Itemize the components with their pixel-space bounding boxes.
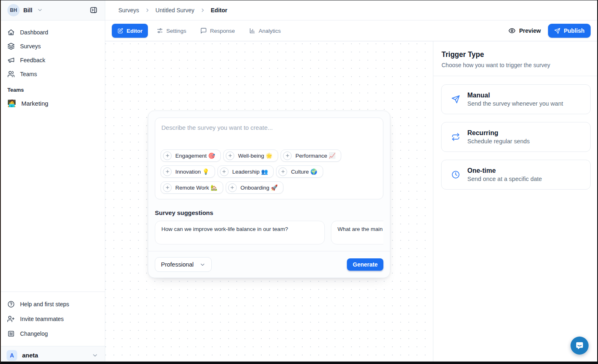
tabbar-actions: Preview Publish	[508, 24, 591, 38]
send-icon	[554, 28, 560, 34]
plus-icon	[220, 167, 229, 176]
preview-button[interactable]: Preview	[508, 27, 541, 34]
sidebar-spacer	[0, 111, 105, 292]
chevron-right-icon	[200, 7, 206, 13]
sliders-icon	[156, 27, 163, 34]
trigger-type-panel: Trigger Type Choose how you want to trig…	[433, 41, 598, 364]
tab-response[interactable]: Response	[195, 24, 240, 38]
tab-label: Settings	[166, 28, 186, 34]
breadcrumb-surveys[interactable]: Surveys	[118, 7, 139, 14]
sidebar-header: BH Bill	[0, 0, 105, 20]
sidebar-item-help[interactable]: Help and first steps	[4, 297, 101, 312]
chip-label: Engagement 🎯	[175, 152, 215, 159]
team-emoji: 🧑‍💻	[7, 99, 16, 108]
chip-label: Well-being 🌟	[238, 152, 272, 159]
chip-label: Innovation 💡	[175, 168, 209, 175]
chip-innovation[interactable]: Innovation 💡	[161, 165, 215, 178]
tone-select[interactable]: Professional	[155, 257, 212, 272]
sidebar-item-teams[interactable]: Teams	[4, 67, 101, 81]
sidebar-item-label: Changelog	[20, 330, 48, 337]
chevron-down-icon	[92, 352, 98, 359]
prompt-card: Engagement 🎯 Well-being 🌟 Performance 📈	[155, 118, 383, 199]
survey-description-input[interactable]	[161, 123, 378, 147]
sidebar-nav: Dashboard Surveys Feedback Teams	[0, 20, 105, 81]
breadcrumb-untitled-survey[interactable]: Untitled Survey	[156, 7, 195, 14]
publish-button[interactable]: Publish	[548, 24, 591, 38]
workspace-switcher[interactable]: BH Bill	[7, 4, 43, 16]
trigger-option-title: Recurring	[467, 129, 530, 137]
layers-icon	[7, 43, 15, 50]
suggestion-card[interactable]: What are the main ob	[331, 221, 383, 244]
topic-chips: Engagement 🎯 Well-being 🌟 Performance 📈	[161, 147, 378, 194]
chat-widget-button[interactable]	[571, 337, 589, 355]
sidebar-item-feedback[interactable]: Feedback	[4, 53, 101, 67]
megaphone-icon	[7, 57, 15, 64]
chip-onboarding[interactable]: Onboarding 🚀	[226, 181, 283, 194]
tab-analytics[interactable]: Analytics	[244, 24, 286, 38]
plus-icon	[228, 183, 237, 192]
app-window: BH Bill Dashboard	[0, 0, 598, 364]
suggestion-card[interactable]: How can we improve work-life balance in …	[155, 221, 325, 244]
sidebar-item-invite[interactable]: Invite teammates	[4, 312, 101, 326]
sidebar-item-changelog[interactable]: Changelog	[4, 326, 101, 341]
trigger-option-recurring[interactable]: Recurring Schedule regular sends	[441, 122, 591, 152]
plus-icon	[226, 151, 234, 160]
generate-button[interactable]: Generate	[347, 258, 383, 271]
chip-well-being[interactable]: Well-being 🌟	[223, 149, 278, 162]
send-icon	[451, 95, 460, 104]
trigger-option-one-time[interactable]: One-time Send once at a specific date	[441, 160, 591, 190]
newspaper-icon	[7, 330, 15, 337]
clock-icon	[451, 170, 460, 179]
users-icon	[7, 70, 15, 78]
trigger-option-description: Send once at a specific date	[467, 176, 542, 182]
sidebar-footer-nav: Help and first steps Invite teammates Ch…	[0, 292, 105, 346]
tab-label: Editor	[127, 28, 143, 34]
trigger-option-title: Manual	[467, 92, 563, 99]
chip-engagement[interactable]: Engagement 🎯	[161, 149, 221, 162]
sidebar-item-label: Help and first steps	[20, 301, 69, 307]
plus-icon	[163, 183, 172, 192]
message-square-icon	[200, 27, 207, 34]
sidebar-item-surveys[interactable]: Surveys	[4, 39, 101, 53]
editor-canvas[interactable]: Engagement 🎯 Well-being 🌟 Performance 📈	[105, 41, 433, 364]
trigger-option-manual[interactable]: Manual Send the survey whenever you want	[441, 84, 591, 114]
chip-leadership[interactable]: Leadership 👥	[217, 165, 274, 178]
survey-suggestions-title: Survey suggestions	[155, 209, 383, 216]
main-area: Surveys Untitled Survey Editor Editor	[105, 0, 598, 364]
trigger-panel-header: Trigger Type Choose how you want to trig…	[433, 41, 598, 76]
home-icon	[7, 29, 15, 36]
breadcrumb-editor: Editor	[211, 7, 227, 14]
trigger-option-description: Send the survey whenever you want	[467, 100, 563, 107]
sidebar-item-dashboard[interactable]: Dashboard	[4, 25, 101, 39]
chip-remote-work[interactable]: Remote Work 🏡	[161, 181, 223, 194]
trigger-option-text: One-time Send once at a specific date	[467, 167, 542, 182]
tab-settings[interactable]: Settings	[151, 24, 192, 38]
survey-suggestions: How can we improve work-life balance in …	[155, 221, 383, 244]
chip-performance[interactable]: Performance 📈	[281, 149, 341, 162]
plus-icon	[279, 167, 287, 176]
topbar: Surveys Untitled Survey Editor	[105, 0, 598, 20]
tabs: Editor Settings Response	[112, 24, 286, 38]
preview-label: Preview	[519, 27, 541, 34]
chip-label: Performance 📈	[295, 152, 335, 159]
trigger-options: Manual Send the survey whenever you want…	[433, 76, 598, 190]
chat-bubble-icon	[575, 341, 584, 350]
chip-label: Remote Work 🏡	[175, 184, 217, 191]
survey-composer-card: Engagement 🎯 Well-being 🌟 Performance 📈	[148, 111, 390, 278]
repeat-icon	[451, 133, 460, 141]
team-label: Marketing	[21, 100, 48, 107]
chip-culture[interactable]: Culture 🌍	[276, 165, 323, 178]
plus-icon	[163, 167, 172, 176]
tone-value: Professional	[161, 261, 194, 268]
sidebar-item-label: Feedback	[20, 57, 45, 63]
tab-editor[interactable]: Editor	[112, 24, 148, 38]
collapse-sidebar-button[interactable]	[88, 5, 99, 16]
panel-subtitle: Choose how you want to trigger the surve…	[442, 62, 590, 68]
tab-label: Response	[210, 28, 235, 34]
user-menu[interactable]: A aneta	[0, 346, 105, 364]
edit-icon	[117, 28, 123, 34]
sidebar-item-label: Surveys	[20, 43, 41, 50]
trigger-option-title: One-time	[467, 167, 542, 174]
user-avatar: A	[7, 350, 17, 361]
sidebar-item-team-marketing[interactable]: 🧑‍💻 Marketing	[4, 95, 101, 111]
